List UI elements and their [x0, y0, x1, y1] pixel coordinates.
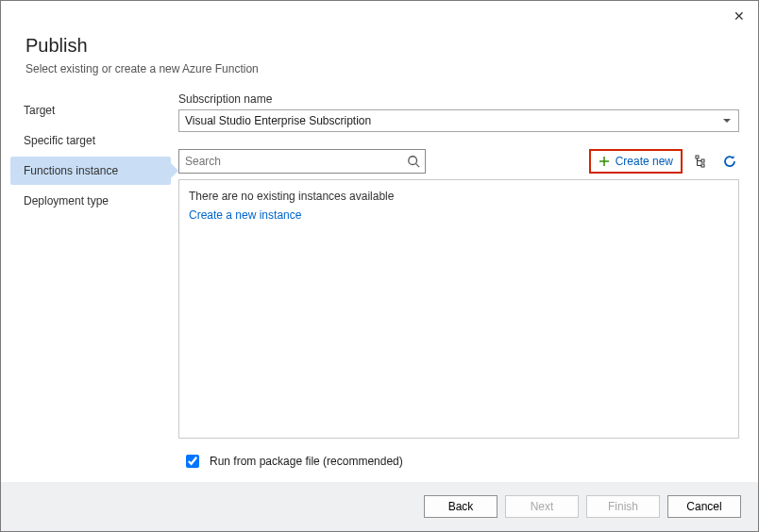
svg-line-1 — [416, 164, 420, 168]
create-new-label: Create new — [616, 155, 673, 168]
instances-list[interactable]: There are no existing instances availabl… — [178, 179, 739, 439]
subscription-label: Subscription name — [178, 92, 739, 106]
svg-rect-5 — [701, 159, 704, 162]
search-icon — [402, 155, 425, 168]
nav-item-target[interactable]: Target — [10, 96, 171, 125]
dialog-subtitle: Select existing or create a new Azure Fu… — [25, 62, 734, 75]
nav-item-deployment-type[interactable]: Deployment type — [10, 187, 171, 215]
create-new-button[interactable]: Create new — [593, 152, 679, 171]
search-box[interactable] — [178, 149, 426, 174]
search-input[interactable] — [179, 150, 402, 173]
dialog-body: Target Specific target Functions instanc… — [1, 83, 758, 482]
svg-point-0 — [409, 157, 417, 165]
create-new-highlight: Create new — [589, 149, 683, 174]
nav-label: Functions instance — [24, 164, 118, 177]
run-from-package-row[interactable]: Run from package file (recommended) — [178, 439, 739, 482]
nav-label: Deployment type — [24, 194, 109, 208]
nav-label: Target — [24, 104, 55, 117]
dialog-footer: Back Next Finish Cancel — [1, 482, 758, 531]
step-nav: Target Specific target Functions instanc… — [10, 92, 171, 482]
toolbar-row: Create new — [178, 149, 739, 174]
nav-label: Specific target — [24, 134, 95, 147]
tree-view-button[interactable] — [692, 152, 711, 171]
refresh-button[interactable] — [720, 152, 739, 171]
dialog-header: Publish Select existing or create a new … — [1, 1, 758, 83]
run-from-package-checkbox[interactable] — [186, 455, 199, 468]
subscription-dropdown[interactable]: Visual Studio Enterprise Subscription — [178, 109, 739, 132]
back-button[interactable]: Back — [424, 495, 498, 518]
plus-icon — [599, 156, 610, 167]
finish-button[interactable]: Finish — [586, 495, 660, 518]
nav-item-specific-target[interactable]: Specific target — [10, 126, 171, 155]
dialog-title: Publish — [25, 35, 734, 57]
cancel-button[interactable]: Cancel — [667, 495, 741, 518]
run-from-package-label: Run from package file (recommended) — [210, 455, 403, 468]
content-panel: Subscription name Visual Studio Enterpri… — [171, 92, 749, 482]
svg-rect-6 — [701, 164, 704, 167]
svg-rect-4 — [696, 156, 699, 158]
nav-item-functions-instance[interactable]: Functions instance — [10, 157, 171, 185]
next-button[interactable]: Next — [505, 495, 579, 518]
close-button[interactable]: ✕ — [730, 7, 749, 25]
subscription-value: Visual Studio Enterprise Subscription — [185, 114, 371, 127]
create-instance-link[interactable]: Create a new instance — [189, 208, 729, 222]
publish-dialog: ✕ Publish Select existing or create a ne… — [0, 0, 759, 532]
empty-message: There are no existing instances availabl… — [189, 190, 729, 203]
